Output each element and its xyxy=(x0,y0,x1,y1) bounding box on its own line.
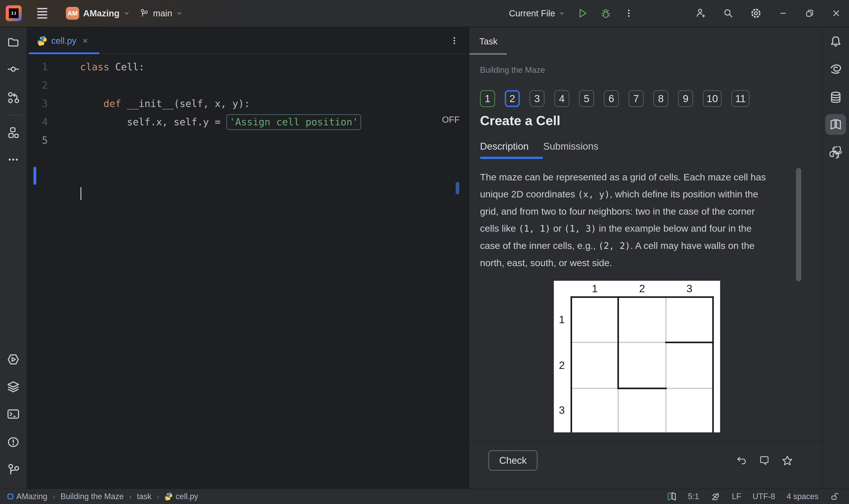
project-folder-icon[interactable] xyxy=(7,36,19,48)
favorite-star-icon[interactable] xyxy=(781,455,793,466)
task-step-3[interactable]: 3 xyxy=(529,90,545,107)
task-panel-header: Task xyxy=(469,28,822,55)
unlocked-icon[interactable] xyxy=(830,492,839,501)
database-icon[interactable] xyxy=(830,91,842,104)
branch-widget[interactable]: main xyxy=(139,0,182,26)
active-description-indicator xyxy=(480,157,543,159)
inline-completion-off-label: OFF xyxy=(442,115,460,125)
reset-icon[interactable] xyxy=(736,455,747,466)
description-line: grid, and from two to four neighbors: tw… xyxy=(480,203,789,220)
description-line: case of the inner cells, e.g., (2, 2). A… xyxy=(480,237,789,254)
description-line: unique 2D coordinates (x, y), which defi… xyxy=(480,186,789,203)
add-user-icon[interactable] xyxy=(695,7,707,19)
code-token: class xyxy=(80,61,115,72)
task-step-11[interactable]: 11 xyxy=(731,90,749,107)
description-line: north, east, south, or west side. xyxy=(480,254,789,271)
ai-completion-off-icon[interactable] xyxy=(710,492,720,501)
chevron-down-icon xyxy=(123,10,130,17)
task-step-8[interactable]: 8 xyxy=(653,90,668,107)
ide-logo[interactable]: IJ xyxy=(6,0,22,26)
task-step-7[interactable]: 7 xyxy=(629,90,644,107)
task-step-2[interactable]: 2 xyxy=(505,90,520,107)
code-line[interactable]: 5 xyxy=(28,131,469,149)
task-scrollbar-thumb[interactable] xyxy=(796,168,801,282)
version-control-icon[interactable] xyxy=(7,463,20,476)
maze-grid-image: 123123 xyxy=(554,281,720,432)
services-run-icon[interactable] xyxy=(7,353,20,366)
run-button[interactable] xyxy=(576,7,588,19)
breadcrumb-label: task xyxy=(137,492,151,501)
minimize-button[interactable] xyxy=(778,8,789,19)
notifications-bell-icon[interactable] xyxy=(830,35,842,48)
structure-icon[interactable] xyxy=(7,126,19,139)
problems-icon[interactable] xyxy=(7,436,20,449)
code-line[interactable]: 4 self.x, self.y = 'Assign cell position… xyxy=(28,113,469,131)
comment-icon[interactable] xyxy=(759,455,770,466)
task-step-9[interactable]: 9 xyxy=(678,90,693,107)
code-line[interactable]: 1class Cell: xyxy=(28,58,469,76)
line-ending[interactable]: LF xyxy=(732,492,741,501)
breadcrumb-item[interactable]: AMazing xyxy=(7,492,47,501)
indent-setting[interactable]: 4 spaces xyxy=(787,492,818,501)
tab-submissions[interactable]: Submissions xyxy=(543,141,598,152)
task-panel-body: Building the Maze 1234567891011 Create a… xyxy=(469,56,822,441)
task-step-1[interactable]: 1 xyxy=(480,90,495,107)
lesson-title: Building the Maze xyxy=(480,66,789,75)
code-area[interactable]: 1class Cell:23 def __init__(self, x, y):… xyxy=(28,55,469,488)
close-window-button[interactable] xyxy=(831,8,842,19)
task-step-5[interactable]: 5 xyxy=(579,90,594,107)
more-tool-windows-icon[interactable] xyxy=(7,154,19,166)
code-line[interactable]: 2 xyxy=(28,76,469,94)
run-config-selector[interactable]: Current File xyxy=(509,8,565,18)
settings-gear-icon[interactable] xyxy=(750,7,762,19)
inline-code: (1, 3) xyxy=(564,223,596,234)
debug-button[interactable] xyxy=(600,7,612,19)
terminal-icon[interactable] xyxy=(7,408,20,420)
restore-window-button[interactable] xyxy=(804,8,815,19)
line-number: 2 xyxy=(28,79,48,91)
breadcrumb-item[interactable]: Building the Maze xyxy=(60,492,124,501)
run-widget: Current File xyxy=(509,0,634,26)
ai-assistant-icon[interactable] xyxy=(829,63,842,76)
python-file-icon xyxy=(164,492,173,501)
tab-close-icon[interactable]: × xyxy=(83,36,88,46)
more-vertical-icon[interactable] xyxy=(623,8,634,19)
intellij-logo-icon: IJ xyxy=(6,5,22,21)
inline-code: (x, y) xyxy=(578,189,610,199)
line-text: self.x, self.y = 'Assign cell position' xyxy=(80,116,361,128)
maze-col-label: 2 xyxy=(639,283,645,294)
breadcrumb-item[interactable]: task xyxy=(137,492,151,501)
task-step-4[interactable]: 4 xyxy=(554,90,569,107)
code-line[interactable]: 3 def __init__(self, x, y): xyxy=(28,94,469,113)
code-token: __init__(self, x, y): xyxy=(127,98,250,109)
search-icon[interactable] xyxy=(723,7,734,19)
task-step-6[interactable]: 6 xyxy=(604,90,619,107)
python-packages-icon[interactable] xyxy=(7,380,20,394)
task-title: Create a Cell xyxy=(480,113,789,129)
pull-request-icon[interactable] xyxy=(7,91,19,104)
breadcrumb-item[interactable]: cell.py xyxy=(164,492,198,501)
status-widgets: 5:1 LF UTF-8 4 spaces xyxy=(667,492,839,501)
main-menu-button[interactable] xyxy=(37,0,47,26)
project-widget[interactable]: AM AMazing xyxy=(66,0,130,26)
commit-icon[interactable] xyxy=(7,63,19,75)
course-book-icon[interactable] xyxy=(830,118,842,131)
inline-code: (1, 1) xyxy=(519,223,550,234)
editor-options-icon[interactable] xyxy=(449,35,460,46)
git-branch-icon xyxy=(139,8,149,18)
tab-description[interactable]: Description xyxy=(480,141,529,152)
tool-window-tab-task[interactable]: Task xyxy=(479,28,498,55)
caret-position[interactable]: 5:1 xyxy=(688,492,699,501)
branch-name: main xyxy=(153,8,172,18)
python-console-icon[interactable] xyxy=(830,146,842,159)
check-button[interactable]: Check xyxy=(488,450,538,471)
description-line: cells like (1, 1) or (1, 3) in the examp… xyxy=(480,220,789,237)
file-encoding[interactable]: UTF-8 xyxy=(753,492,775,501)
maze-col-label: 1 xyxy=(592,283,598,294)
tab-cell-py[interactable]: cell.py × xyxy=(28,28,96,54)
course-progress-book-icon[interactable] xyxy=(667,492,676,501)
chevron-down-icon xyxy=(176,10,182,16)
breadcrumb-separator: › xyxy=(157,492,159,501)
right-tool-strip xyxy=(822,28,849,488)
task-step-10[interactable]: 10 xyxy=(703,90,722,107)
